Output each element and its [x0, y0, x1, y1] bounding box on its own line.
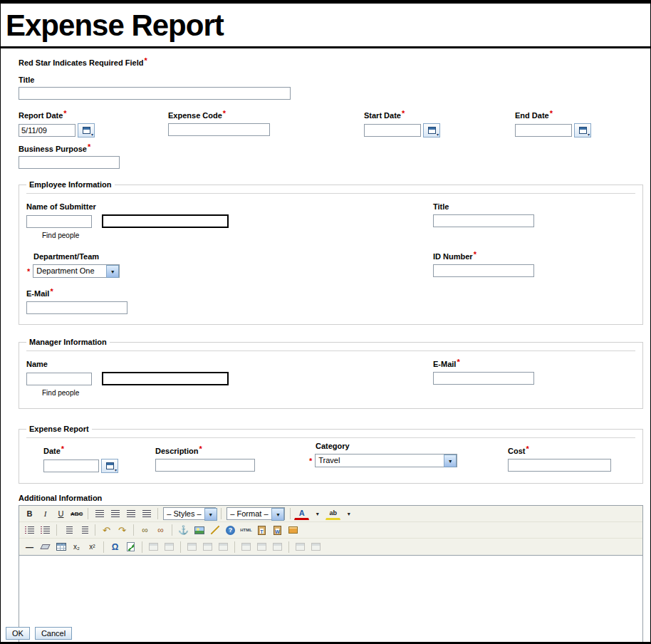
- section-rule: [26, 437, 635, 438]
- cost-input[interactable]: [508, 459, 611, 472]
- undo-button[interactable]: ↶: [99, 524, 114, 537]
- start-date-input[interactable]: [364, 124, 421, 137]
- chevron-down-icon: ▾: [115, 468, 117, 472]
- section-rule: [26, 193, 635, 194]
- align-right-button[interactable]: [123, 507, 138, 521]
- toolbar-separator: [95, 524, 95, 536]
- category-label: Category: [316, 442, 350, 450]
- toolbar-separator: [142, 541, 142, 553]
- help-icon: ?: [226, 526, 235, 535]
- align-right-icon: [127, 510, 135, 517]
- footer: OK Cancel: [1, 625, 650, 644]
- end-date-input[interactable]: [515, 124, 572, 137]
- report-date-input[interactable]: [19, 124, 75, 137]
- employee-title-input[interactable]: [433, 214, 534, 227]
- bold-button[interactable]: B: [22, 507, 37, 521]
- remove-link-button[interactable]: ∞: [153, 524, 168, 537]
- superscript-button[interactable]: x²: [85, 540, 100, 554]
- ok-button[interactable]: OK: [6, 627, 30, 640]
- manager-name-reader-field[interactable]: [102, 372, 229, 385]
- submitter-name-input[interactable]: [26, 215, 92, 228]
- toolbar-separator: [157, 508, 158, 519]
- employee-email-label: E-Mail*: [26, 289, 53, 298]
- paste-as-text-button[interactable]: T: [254, 524, 269, 537]
- strikethrough-button[interactable]: ABC: [69, 507, 84, 521]
- highlight-color-button[interactable]: ab: [326, 507, 340, 520]
- manager-email-input[interactable]: [433, 372, 534, 385]
- table-column-icon: [273, 543, 282, 551]
- align-left-button[interactable]: [92, 507, 107, 521]
- find-people-link[interactable]: Find people: [42, 232, 79, 239]
- paste-from-word-button[interactable]: W: [270, 524, 285, 537]
- report-date-picker-button[interactable]: ▾: [78, 123, 95, 137]
- start-date-picker-button[interactable]: ▾: [423, 123, 440, 137]
- format-select[interactable]: – Format – ▼: [226, 507, 285, 520]
- align-center-button[interactable]: [108, 507, 123, 521]
- department-select-value: Department One: [33, 265, 106, 277]
- expense-report-legend: Expense Report: [26, 425, 92, 433]
- employee-email-input[interactable]: [26, 301, 127, 314]
- table-merge-icon: [296, 543, 305, 551]
- title-label: Title: [19, 76, 643, 84]
- chevron-down-icon: ▼: [444, 455, 457, 467]
- horizontal-rule-button[interactable]: —: [22, 540, 37, 554]
- bullet-list-button[interactable]: [38, 524, 53, 537]
- table-icon: [56, 543, 66, 551]
- expense-code-input[interactable]: [168, 123, 270, 136]
- eraser-button[interactable]: [38, 540, 53, 554]
- department-select[interactable]: Department One ▼: [33, 264, 120, 278]
- toolbar-separator: [221, 508, 222, 519]
- start-date-label: Start Date*: [364, 111, 405, 120]
- find-people-link[interactable]: Find people: [42, 389, 79, 397]
- table-column-icon: [241, 543, 251, 551]
- help-button[interactable]: ?: [223, 524, 238, 537]
- employee-information-legend: Employee Information: [26, 180, 115, 189]
- manager-name-label: Name: [26, 360, 48, 368]
- table-row-icon: [187, 543, 197, 551]
- text-color-button[interactable]: A: [294, 507, 309, 520]
- indent-button[interactable]: [76, 524, 91, 537]
- underline-button[interactable]: U: [53, 507, 68, 521]
- outdent-button[interactable]: [61, 524, 75, 537]
- submitter-name-reader-field[interactable]: [102, 214, 229, 228]
- edit-source-button[interactable]: [123, 540, 138, 554]
- insert-image-button[interactable]: [192, 524, 207, 537]
- redo-button[interactable]: ↷: [115, 524, 130, 537]
- id-number-input[interactable]: [433, 264, 534, 277]
- remove-format-button[interactable]: [207, 524, 222, 537]
- required-star: *: [144, 56, 147, 65]
- toolbar-separator: [133, 524, 134, 536]
- split-cell-button: [308, 540, 323, 554]
- business-purpose-input[interactable]: [19, 156, 120, 169]
- expense-report-section: Expense Report Date* ▾ Description* Cate…: [19, 425, 643, 484]
- text-color-dropdown-button[interactable]: ▾: [310, 507, 325, 521]
- category-select[interactable]: Travel ▼: [315, 454, 457, 467]
- bullet-list-icon: [41, 526, 50, 534]
- subscript-button[interactable]: x₂: [69, 540, 84, 554]
- outdent-icon: [64, 526, 73, 534]
- align-center-icon: [111, 510, 120, 517]
- chevron-down-icon: ▾: [348, 511, 350, 517]
- cancel-button[interactable]: Cancel: [35, 627, 72, 640]
- package-icon: [288, 526, 298, 534]
- anchor-button[interactable]: ⚓: [176, 524, 191, 537]
- end-date-picker-button[interactable]: ▾: [574, 123, 591, 137]
- italic-button[interactable]: I: [38, 507, 53, 521]
- styles-select[interactable]: – Styles – ▼: [163, 507, 216, 520]
- chevron-down-icon: ▾: [316, 511, 319, 517]
- html-source-button[interactable]: HTML: [239, 524, 254, 537]
- insert-table-button[interactable]: [53, 540, 68, 554]
- table-row-icon: [219, 543, 228, 551]
- description-input[interactable]: [155, 459, 255, 472]
- department-label: Department/Team: [33, 252, 99, 261]
- expense-date-input[interactable]: [43, 459, 99, 472]
- special-character-button[interactable]: Ω: [108, 540, 123, 554]
- expense-date-picker-button[interactable]: ▾: [101, 459, 118, 473]
- highlight-dropdown-button[interactable]: ▾: [341, 507, 356, 521]
- numbered-list-button[interactable]: [22, 524, 37, 537]
- title-input[interactable]: [19, 87, 291, 100]
- insert-link-button[interactable]: ∞: [137, 524, 152, 537]
- justify-button[interactable]: [139, 507, 154, 521]
- link-entry-button[interactable]: [286, 524, 301, 537]
- manager-name-input[interactable]: [26, 373, 92, 385]
